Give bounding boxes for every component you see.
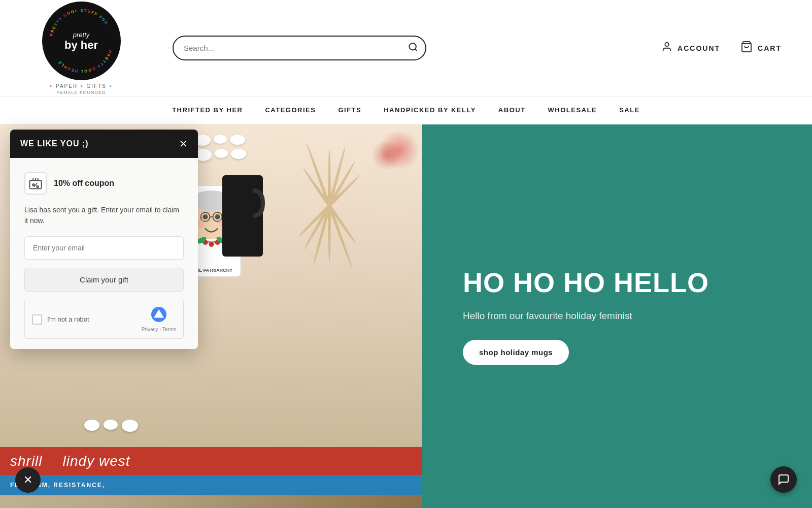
svg-point-31 — [32, 184, 35, 186]
popup-body: 10% off coupon Lisa has sent you a gift.… — [10, 158, 198, 349]
recaptcha-widget: I'm not a robot Privacy · Terms — [24, 300, 184, 339]
svg-point-5 — [665, 42, 668, 46]
popup-modal: WE LIKE YOU ;) ✕ 10% off coupon — [10, 130, 198, 349]
navigation: THRIFTED BY HER CATEGORIES GIFTS HANDPIC… — [0, 97, 812, 124]
nav-item-about[interactable]: ABOUT — [487, 97, 537, 124]
popup-header: WE LIKE YOU ;) ✕ — [10, 130, 198, 158]
nav-item-thrifted[interactable]: THRIFTED BY HER — [161, 97, 254, 124]
svg-point-24 — [209, 242, 214, 247]
coupon-icon — [24, 172, 47, 195]
recaptcha-links: Privacy · Terms — [142, 327, 176, 332]
chat-button[interactable] — [770, 466, 797, 493]
cart-link[interactable]: CART — [740, 41, 782, 56]
nav-item-handpicked[interactable]: HANDPICKED BY KELLY — [373, 97, 487, 124]
book-title-author: lindy west — [63, 453, 130, 469]
logo-tagline: PAPER + GIFTS — [56, 83, 107, 89]
hero-heading: HO HO HO HELLO — [463, 268, 709, 298]
book-blue: FEMINISM, RESISTANCE, — [0, 475, 422, 495]
recaptcha-left: I'm not a robot — [32, 314, 89, 325]
hero-books: shrill lindy west FEMINISM, RESISTANCE, — [0, 447, 422, 508]
popup-title: WE LIKE YOU ;) — [20, 139, 89, 148]
logo[interactable]: PRETTY COOL STUFF FOR PRETTY COOL PEOPLE… — [42, 2, 121, 80]
svg-point-3 — [410, 43, 416, 50]
recaptcha-logo: Privacy · Terms — [142, 306, 176, 332]
popup-close-button[interactable]: ✕ — [179, 139, 188, 149]
hero-cta-button[interactable]: shop holiday mugs — [463, 340, 569, 365]
bokeh-2 — [371, 140, 402, 170]
floor-marshmallows — [84, 420, 138, 432]
popup-claim-button[interactable]: Claim your gift — [24, 268, 184, 292]
cart-label: CART — [758, 44, 782, 52]
logo-text: pretty by her — [64, 31, 98, 51]
popup-email-input[interactable] — [24, 236, 184, 260]
recaptcha-checkbox[interactable] — [32, 314, 42, 325]
logo-area: PRETTY COOL STUFF FOR PRETTY COOL PEOPLE… — [30, 2, 132, 95]
header-right: ACCOUNT CART — [661, 41, 782, 56]
logo-byher: by her — [64, 40, 98, 51]
header: PRETTY COOL STUFF FOR PRETTY COOL PEOPLE… — [0, 0, 812, 97]
book-red: shrill lindy west — [0, 447, 422, 475]
main-content: CK THE PATRIARCHY — [0, 124, 812, 508]
search-input[interactable] — [173, 36, 426, 60]
account-link[interactable]: ACCOUNT — [661, 41, 720, 55]
svg-point-16 — [203, 214, 208, 219]
coupon-row: 10% off coupon — [24, 172, 184, 195]
recaptcha-label: I'm not a robot — [47, 315, 89, 323]
bottom-close-button[interactable]: ✕ — [15, 467, 41, 493]
search-button[interactable] — [408, 42, 418, 54]
recaptcha-privacy-link[interactable]: Privacy — [142, 327, 158, 332]
decorative-plant — [279, 135, 380, 277]
recaptcha-terms-link[interactable]: Terms — [162, 327, 176, 332]
coupon-label: 10% off coupon — [54, 179, 114, 188]
logo-founded: FEMALE FOUNDED — [50, 90, 112, 95]
svg-line-4 — [415, 49, 417, 51]
cart-icon — [740, 41, 753, 56]
hero-subheading: Hello from our favourite holiday feminis… — [463, 310, 632, 322]
nav-item-gifts[interactable]: GIFTS — [327, 97, 373, 124]
book-title-shrill: shrill — [10, 453, 43, 469]
popup-description: Lisa has sent you a gift. Enter your ema… — [24, 205, 184, 226]
nav-item-categories[interactable]: CATEGORIES — [254, 97, 327, 124]
logo-pretty: pretty — [64, 31, 98, 39]
account-label: ACCOUNT — [678, 44, 720, 52]
svg-point-33 — [37, 186, 39, 188]
account-icon — [661, 41, 672, 55]
search-bar — [173, 36, 426, 60]
nav-item-wholesale[interactable]: WHOLESALE — [537, 97, 608, 124]
black-mug — [220, 175, 265, 267]
nav-item-sale[interactable]: SALE — [608, 97, 651, 124]
hero-teal-panel: HO HO HO HELLO Hello from our favourite … — [422, 124, 812, 508]
